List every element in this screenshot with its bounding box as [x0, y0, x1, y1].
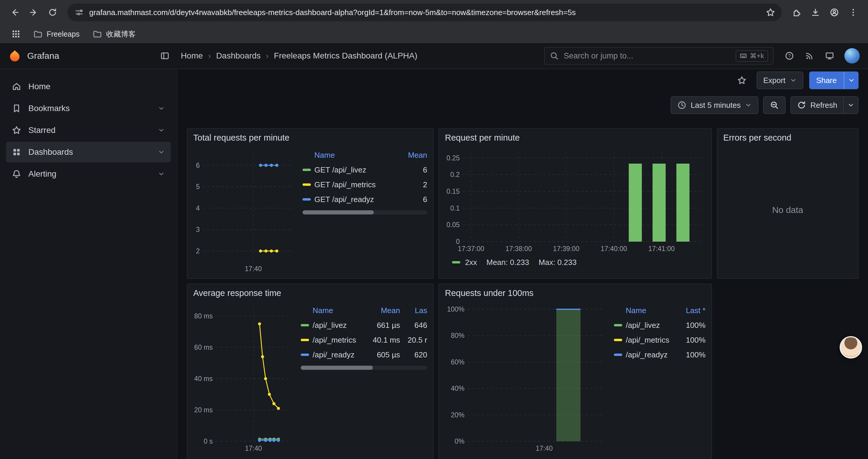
favorite-dashboard-button[interactable]	[733, 71, 751, 89]
user-avatar[interactable]	[844, 48, 860, 64]
legend-row[interactable]: /api/_livez100%	[614, 318, 706, 333]
legend-column-header[interactable]: Name	[626, 306, 671, 315]
sidebar-item-starred[interactable]: Starred	[6, 120, 171, 140]
display-button[interactable]	[821, 47, 838, 65]
legend-row[interactable]: /api/_readyz100%	[614, 347, 706, 362]
share-menu-caret[interactable]	[844, 71, 859, 89]
kebab-menu-icon	[848, 8, 858, 17]
legend-row[interactable]: /api/_livez661 µs646	[301, 318, 427, 333]
legend-row[interactable]: /api/_metrics100%	[614, 333, 706, 347]
legend-series-name: /api/_livez	[626, 321, 671, 330]
panel-title[interactable]: Requests under 100ms	[439, 284, 711, 302]
panel-legend-line[interactable]: 2xx Mean: 0.233 Max: 0.233	[445, 255, 706, 270]
chevron-down-icon[interactable]	[158, 127, 165, 134]
svg-text:17:38:00: 17:38:00	[505, 245, 532, 253]
series-color-swatch	[301, 324, 309, 326]
legend-row[interactable]: GET /api/_livez6	[303, 162, 427, 177]
legend-scrollbar[interactable]	[303, 210, 427, 215]
legend-row[interactable]: /api/_readyz605 µs620	[301, 347, 427, 362]
panel-title[interactable]: Total requests per minute	[187, 129, 433, 146]
forward-button[interactable]	[25, 4, 42, 21]
zoom-out-icon	[770, 100, 779, 110]
time-range-picker[interactable]: Last 5 minutes	[671, 96, 758, 114]
legend-row[interactable]: GET /api/_readyz6	[303, 192, 427, 207]
svg-text:80%: 80%	[451, 332, 464, 339]
chevron-down-icon[interactable]	[158, 149, 165, 156]
legend-value: 40.1 ms	[367, 335, 400, 345]
legend-row[interactable]: GET /api/_metrics2	[303, 177, 427, 192]
help-button[interactable]: ?	[780, 47, 798, 65]
app-body: Home Bookmarks Starred Dashboards Alerti…	[0, 69, 868, 459]
refresh-interval-caret[interactable]	[843, 97, 858, 113]
legend-column-header[interactable]: Las	[404, 306, 427, 315]
toggle-sidebar-button[interactable]	[156, 47, 174, 65]
legend-value: 661 µs	[367, 321, 400, 330]
bookmark-star-button[interactable]	[763, 5, 778, 20]
svg-text:100%: 100%	[447, 305, 464, 313]
chevron-down-icon[interactable]	[158, 105, 165, 112]
bookmark-item-blog[interactable]: 收藏博客	[88, 27, 140, 41]
sidebar-item-bookmarks[interactable]: Bookmarks	[6, 98, 171, 119]
chevron-down-icon[interactable]	[158, 170, 165, 177]
breadcrumb-separator: ›	[208, 52, 211, 61]
bookmark-item-freeleaps[interactable]: Freeleaps	[28, 27, 84, 41]
legend-column-header[interactable]: Mean	[367, 306, 400, 315]
svg-text:17:40: 17:40	[536, 445, 553, 452]
svg-text:17:39:00: 17:39:00	[553, 245, 580, 253]
total-requests-chart[interactable]: 2345617:40	[193, 146, 297, 275]
legend-series-name: GET /api/_metrics	[314, 180, 395, 189]
share-button[interactable]: Share	[809, 71, 859, 89]
url-bar[interactable]: grafana.mathmast.com/d/deytv4rwavabkb/fr…	[67, 4, 782, 21]
download-icon	[811, 8, 820, 17]
back-button[interactable]	[6, 4, 24, 21]
requests-under-100ms-chart[interactable]: 0%20%40%60%80%100%17:40	[445, 302, 608, 454]
legend-column-header[interactable]: Last *	[675, 306, 706, 315]
floating-assistant-avatar[interactable]	[840, 336, 862, 359]
legend-series-name: GET /api/_livez	[314, 165, 395, 174]
extensions-button[interactable]	[788, 4, 805, 21]
legend-column-header[interactable]: Mean	[399, 151, 427, 160]
legend-column-header[interactable]: Name	[314, 151, 395, 160]
profile-button[interactable]	[826, 4, 843, 21]
legend-series-name: /api/_readyz	[626, 350, 671, 359]
search-input[interactable]: Search or jump to... ⌘+k	[544, 47, 773, 65]
legend-row[interactable]: /api/_metrics40.1 ms20.5 r	[301, 333, 427, 347]
svg-text:0.1: 0.1	[450, 204, 460, 212]
request-per-minute-chart[interactable]: 00.050.10.150.20.2517:37:0017:38:0017:39…	[445, 146, 706, 255]
breadcrumb-dashboards[interactable]: Dashboards	[216, 51, 260, 61]
panel-title[interactable]: Average response time	[187, 284, 433, 302]
panel-legend-table: NameMeanLas/api/_livez661 µs646/api/_met…	[295, 302, 427, 459]
export-button[interactable]: Export	[756, 71, 803, 89]
svg-text:0%: 0%	[455, 437, 464, 445]
zoom-out-time-button[interactable]	[763, 96, 785, 114]
bookmark-label: Freeleaps	[47, 30, 80, 38]
grafana-logo-icon[interactable]	[8, 49, 21, 62]
reload-button[interactable]	[44, 4, 61, 21]
sidebar-item-dashboards[interactable]: Dashboards	[6, 142, 171, 162]
news-button[interactable]	[801, 47, 818, 65]
folder-icon	[92, 29, 102, 39]
site-settings-icon[interactable]	[74, 8, 84, 17]
downloads-button[interactable]	[807, 4, 824, 21]
breadcrumb-home[interactable]: Home	[181, 51, 203, 61]
refresh-button[interactable]: Refresh	[791, 97, 843, 113]
average-response-time-chart[interactable]: 0 s20 ms40 ms60 ms80 ms17:40	[193, 302, 295, 454]
grafana-header: Grafana Home › Dashboards › Freeleaps Me…	[0, 43, 868, 69]
legend-column-header[interactable]: Name	[313, 306, 363, 315]
panel-title[interactable]: Errors per second	[717, 129, 858, 146]
svg-text:0.05: 0.05	[446, 221, 460, 229]
bookmarks-bar: Freeleaps 收藏博客	[0, 25, 868, 43]
refresh-group: Refresh	[790, 96, 859, 114]
back-arrow-icon	[10, 8, 20, 17]
sidebar-item-home[interactable]: Home	[6, 76, 171, 97]
browser-menu-button[interactable]	[844, 4, 862, 21]
legend-value: 20.5 r	[404, 335, 427, 345]
sidebar-item-alerting[interactable]: Alerting	[6, 164, 171, 184]
apps-shortcut-button[interactable]	[7, 25, 25, 43]
legend-value: 605 µs	[367, 350, 400, 359]
screen: grafana.mathmast.com/d/deytv4rwavabkb/fr…	[0, 0, 868, 459]
panel-title[interactable]: Request per minute	[439, 129, 711, 146]
legend-scrollbar[interactable]	[301, 366, 427, 370]
series-color-swatch	[303, 184, 311, 186]
legend-value: 100%	[675, 350, 706, 359]
